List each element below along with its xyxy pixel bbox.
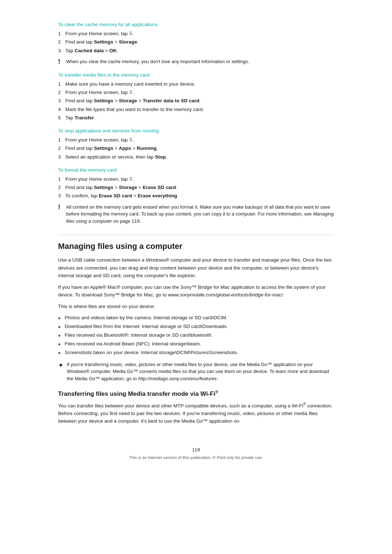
- tip-block-mediago: ✦ If you're transferring music, video, p…: [58, 361, 334, 382]
- step-item: 1 From your Home screen, tap ⠿.: [58, 30, 334, 37]
- step-text: To confirm, tap Erase SD card > Erase ev…: [65, 192, 334, 200]
- section-heading-format: To format the memory card: [58, 167, 334, 173]
- section-wifi-transfer: Transferring files using Media transfer …: [58, 390, 334, 425]
- grid-icon: ⠿: [129, 137, 133, 143]
- step-number: 3: [58, 47, 65, 54]
- section-heading-transfer: To transfer media files to the memory ca…: [58, 72, 334, 78]
- bullet-text: Files received via Android Beam (NFC): I…: [65, 340, 201, 348]
- bullet-text: Photos and videos taken by the camera: I…: [65, 314, 228, 321]
- bullet-item: • Downloaded files from the Internet: In…: [58, 323, 334, 331]
- note-block-format: ! All content on the memory card gets er…: [58, 204, 334, 225]
- step-item: 5 Tap Transfer.: [58, 114, 334, 122]
- exclamation-icon: !: [58, 204, 66, 211]
- step-item: 2 Find and tap Settings > Apps > Running…: [58, 145, 334, 152]
- note-block-cache: ! When you clear the cache memory, you d…: [58, 58, 334, 66]
- page-number: 119: [58, 447, 334, 452]
- step-number: 1: [58, 81, 65, 88]
- bullet-text: Screenshots taken on your device: Intern…: [65, 349, 238, 356]
- step-text: Mark the file types that you want to tra…: [65, 106, 334, 113]
- body-text-wifi: You can transfer files between your devi…: [58, 401, 334, 425]
- main-heading-managing: Managing files using a computer: [58, 235, 334, 251]
- step-number: 3: [58, 153, 65, 161]
- step-number: 2: [58, 89, 65, 96]
- exclamation-icon: !: [58, 58, 66, 66]
- step-item: 1 From your Home screen, tap ⠿.: [58, 136, 334, 144]
- page-content: To clear the cache memory for all applic…: [0, 0, 392, 496]
- steps-clear-cache: 1 From your Home screen, tap ⠿. 2 Find a…: [58, 30, 334, 54]
- bullet-item: • Files received via Bluetooth®: Interna…: [58, 332, 334, 339]
- section-stop-apps: To stop applications and services from r…: [58, 128, 334, 161]
- step-number: 1: [58, 136, 65, 144]
- step-text: Select an application or service, then t…: [65, 153, 334, 161]
- note-text-cache: When you clear the cache memory, you don…: [66, 58, 249, 65]
- step-number: 3: [58, 97, 65, 104]
- body-text-intro2: If you have an Apple® Mac® computer, you…: [58, 283, 334, 299]
- step-item: 3 Find and tap Settings > Storage > Tran…: [58, 97, 334, 104]
- footer-note: This is an Internet version of this publ…: [58, 455, 334, 460]
- step-item: 4 Mark the file types that you want to t…: [58, 106, 334, 113]
- note-text-format: All content on the memory card gets eras…: [66, 204, 334, 225]
- step-text: Find and tap Settings > Storage.: [65, 38, 334, 46]
- bullet-dot: •: [58, 341, 65, 348]
- steps-stop: 1 From your Home screen, tap ⠿. 2 Find a…: [58, 136, 334, 161]
- section-format-memory: To format the memory card 1 From your Ho…: [58, 167, 334, 225]
- section-heading-stop: To stop applications and services from r…: [58, 128, 334, 134]
- tip-text-mediago: If you're transferring music, video, pic…: [67, 361, 334, 382]
- step-text: Tap Transfer.: [65, 114, 334, 122]
- step-text: From your Home screen, tap ⠿.: [65, 176, 334, 183]
- bullet-dot: •: [58, 323, 65, 331]
- step-text: Find and tap Settings > Storage > Transf…: [65, 97, 334, 104]
- step-number: 2: [58, 145, 65, 152]
- step-item: 2 From your Home screen, tap ⠿.: [58, 89, 334, 96]
- body-text-intro1: Use a USB cable connection between a Win…: [58, 256, 334, 280]
- body-text-intro3: This is where files are stored on your d…: [58, 303, 334, 311]
- steps-transfer: 1 Make sure you have a memory card inser…: [58, 81, 334, 122]
- step-number: 1: [58, 176, 65, 183]
- section-transfer-media: To transfer media files to the memory ca…: [58, 72, 334, 122]
- storage-locations-list: • Photos and videos taken by the camera:…: [58, 314, 334, 357]
- step-item: 1 Make sure you have a memory card inser…: [58, 81, 334, 88]
- step-item: 1 From your Home screen, tap ⠿.: [58, 176, 334, 183]
- grid-icon: ⠿: [129, 176, 133, 182]
- step-number: 2: [58, 184, 65, 191]
- step-text: From your Home screen, tap ⠿.: [65, 30, 334, 37]
- section-heading-clear-cache: To clear the cache memory for all applic…: [58, 22, 334, 27]
- bullet-dot: •: [58, 349, 65, 357]
- tip-star-icon: ✦: [58, 361, 67, 369]
- bullet-dot: •: [58, 332, 65, 339]
- bullet-text: Downloaded files from the Internet: Inte…: [65, 323, 228, 330]
- step-item: 3 To confirm, tap Erase SD card > Erase …: [58, 192, 334, 200]
- bullet-item: • Photos and videos taken by the camera:…: [58, 314, 334, 322]
- sub-heading-wifi: Transferring files using Media transfer …: [58, 390, 334, 398]
- step-item: 2 Find and tap Settings > Storage > Eras…: [58, 184, 334, 191]
- step-number: 4: [58, 106, 65, 113]
- page-footer: 119 This is an Internet version of this …: [58, 447, 334, 467]
- step-text: Tap Cached data > OK.: [65, 47, 334, 54]
- steps-format: 1 From your Home screen, tap ⠿. 2 Find a…: [58, 176, 334, 200]
- step-number: 5: [58, 114, 65, 122]
- section-managing-files: Managing files using a computer Use a US…: [58, 235, 334, 382]
- step-number: 2: [58, 38, 65, 46]
- step-text: Make sure you have a memory card inserte…: [65, 81, 334, 88]
- step-text: Find and tap Settings > Apps > Running.: [65, 145, 334, 152]
- bullet-text: Files received via Bluetooth®: Internal …: [65, 332, 213, 339]
- bullet-item: • Files received via Android Beam (NFC):…: [58, 340, 334, 348]
- bullet-item: • Screenshots taken on your device: Inte…: [58, 349, 334, 357]
- step-item: 3 Select an application or service, then…: [58, 153, 334, 161]
- grid-icon: ⠿: [129, 30, 133, 37]
- section-clear-cache: To clear the cache memory for all applic…: [58, 22, 334, 66]
- grid-icon: ⠿: [129, 89, 133, 96]
- step-text: From your Home screen, tap ⠿.: [65, 89, 334, 96]
- step-text: Find and tap Settings > Storage > Erase …: [65, 184, 334, 191]
- bullet-dot: •: [58, 315, 65, 322]
- step-text: From your Home screen, tap ⠿.: [65, 136, 334, 144]
- step-number: 1: [58, 30, 65, 37]
- step-number: 3: [58, 192, 65, 200]
- step-item: 2 Find and tap Settings > Storage.: [58, 38, 334, 46]
- step-item: 3 Tap Cached data > OK.: [58, 47, 334, 54]
